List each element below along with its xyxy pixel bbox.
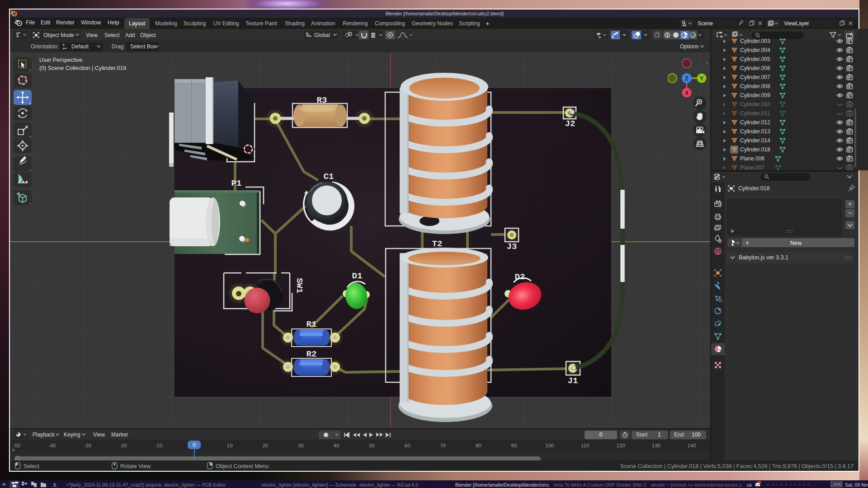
svg-text:40: 40 — [334, 443, 340, 448]
svg-text:T2: T2 — [432, 239, 443, 249]
svg-text:C1: C1 — [324, 172, 334, 182]
svg-text:0: 0 — [193, 442, 196, 448]
svg-text:J2: J2 — [565, 119, 576, 129]
svg-text:X: X — [685, 90, 689, 96]
svg-text:-20: -20 — [119, 443, 127, 448]
svg-text:R3: R3 — [317, 95, 327, 105]
svg-text:70: 70 — [440, 443, 446, 448]
svg-text:J3: J3 — [507, 242, 517, 252]
svg-text:D2: D2 — [515, 272, 525, 282]
svg-text:-40: -40 — [48, 443, 56, 448]
svg-text:30: 30 — [298, 443, 304, 448]
svg-text:-10: -10 — [155, 443, 163, 448]
svg-text:110: 110 — [581, 443, 589, 448]
svg-text:10: 10 — [227, 443, 233, 448]
svg-text:SW1: SW1 — [294, 278, 304, 293]
svg-text:20: 20 — [262, 443, 268, 448]
svg-text:100: 100 — [545, 443, 554, 448]
svg-text:Y: Y — [700, 75, 703, 82]
svg-text:Z: Z — [685, 75, 688, 82]
svg-text:R1: R1 — [307, 319, 317, 329]
svg-text:140: 140 — [687, 443, 696, 448]
svg-text:-30: -30 — [84, 443, 91, 448]
svg-text:+: + — [304, 189, 308, 197]
svg-text:P1: P1 — [231, 178, 242, 188]
svg-text:D1: D1 — [352, 271, 363, 281]
svg-text:120: 120 — [616, 443, 625, 448]
svg-text:90: 90 — [511, 443, 517, 448]
svg-text:50: 50 — [369, 443, 375, 448]
svg-text:130: 130 — [652, 443, 660, 448]
svg-text:80: 80 — [476, 443, 481, 448]
svg-text:60: 60 — [405, 443, 410, 448]
svg-text:-50: -50 — [13, 443, 20, 448]
svg-text:J1: J1 — [568, 376, 578, 386]
svg-text:R2: R2 — [307, 349, 317, 359]
